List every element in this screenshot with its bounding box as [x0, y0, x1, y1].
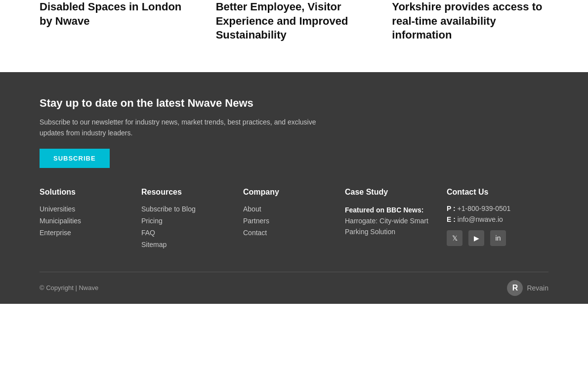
solutions-column: Solutions Universities Municipalities En…	[40, 188, 141, 252]
revain-icon: R	[507, 280, 523, 296]
email-label: E :	[447, 215, 456, 223]
resources-column: Resources Subscribe to Blog Pricing FAQ …	[141, 188, 243, 252]
phone-value: +1-800-939-0501	[458, 205, 511, 212]
contact-phone: P : +1-800-939-0501	[447, 205, 548, 212]
case-study-heading: Case Study	[345, 188, 447, 197]
email-value[interactable]: info@nwave.io	[458, 215, 503, 223]
newsletter-heading: Stay up to date on the latest Nwave News	[40, 97, 548, 110]
list-item: Pricing	[141, 216, 243, 225]
list-item: Contact	[243, 228, 345, 237]
resources-link-subscribe[interactable]: Subscribe to Blog	[141, 205, 196, 213]
resources-link-sitemap[interactable]: Sitemap	[141, 241, 167, 248]
resources-heading: Resources	[141, 188, 243, 197]
company-link-partners[interactable]: Partners	[243, 217, 269, 225]
article-title-1[interactable]: Disabled Spaces in London by Nwave	[40, 0, 196, 28]
company-link-contact[interactable]: Contact	[243, 229, 267, 237]
footer: Stay up to date on the latest Nwave News…	[0, 72, 588, 304]
company-list: About Partners Contact	[243, 205, 345, 237]
resources-link-pricing[interactable]: Pricing	[141, 217, 163, 225]
copyright-text: © Copyright | Nwave	[40, 284, 98, 291]
article-card-1: Disabled Spaces in London by Nwave	[40, 0, 196, 42]
solutions-link-universities[interactable]: Universities	[40, 205, 75, 213]
case-study-featured-label: Featured on BBC News:	[345, 206, 423, 214]
linkedin-icon[interactable]: in	[490, 230, 506, 246]
case-study-column: Case Study Featured on BBC News: Harroga…	[345, 188, 447, 252]
contact-email: E : info@nwave.io	[447, 215, 548, 223]
article-card-2: Better Employee, Visitor Experience and …	[216, 0, 373, 42]
newsletter-section: Stay up to date on the latest Nwave News…	[40, 97, 548, 168]
articles-section: Disabled Spaces in London by Nwave Bette…	[0, 0, 588, 72]
social-icons: 𝕏 ▶ in	[447, 230, 548, 246]
subscribe-button[interactable]: SUBSCRIBE	[40, 149, 110, 168]
revain-label: Revain	[527, 284, 548, 292]
list-item: About	[243, 205, 345, 213]
company-link-about[interactable]: About	[243, 205, 261, 213]
solutions-heading: Solutions	[40, 188, 141, 197]
company-heading: Company	[243, 188, 345, 197]
footer-bottom: © Copyright | Nwave R Revain	[40, 272, 548, 304]
list-item: Subscribe to Blog	[141, 205, 243, 213]
list-item: Sitemap	[141, 240, 243, 249]
contact-heading: Contact Us	[447, 188, 548, 197]
resources-list: Subscribe to Blog Pricing FAQ Sitemap	[141, 205, 243, 249]
list-item: Municipalities	[40, 216, 141, 225]
solutions-link-municipalities[interactable]: Municipalities	[40, 217, 81, 225]
footer-columns: Solutions Universities Municipalities En…	[40, 188, 548, 272]
revain-badge: R Revain	[507, 280, 548, 296]
article-title-2[interactable]: Better Employee, Visitor Experience and …	[216, 0, 373, 42]
case-study-featured-text: Harrogate: City-wide Smart Parking Solut…	[345, 217, 428, 236]
solutions-list: Universities Municipalities Enterprise	[40, 205, 141, 237]
list-item: FAQ	[141, 228, 243, 237]
article-card-3: Yorkshire provides access to real-time a…	[392, 0, 548, 42]
solutions-link-enterprise[interactable]: Enterprise	[40, 229, 71, 237]
youtube-icon[interactable]: ▶	[468, 230, 484, 246]
list-item: Universities	[40, 205, 141, 213]
contact-column: Contact Us P : +1-800-939-0501 E : info@…	[447, 188, 548, 252]
company-column: Company About Partners Contact	[243, 188, 345, 252]
resources-link-faq[interactable]: FAQ	[141, 229, 155, 237]
list-item: Enterprise	[40, 228, 141, 237]
case-study-text: Featured on BBC News: Harrogate: City-wi…	[345, 205, 447, 238]
twitter-icon[interactable]: 𝕏	[447, 230, 462, 246]
article-title-3[interactable]: Yorkshire provides access to real-time a…	[392, 0, 548, 42]
newsletter-description: Subscribe to our newsletter for industry…	[40, 117, 336, 139]
list-item: Partners	[243, 216, 345, 225]
phone-label: P :	[447, 205, 456, 212]
